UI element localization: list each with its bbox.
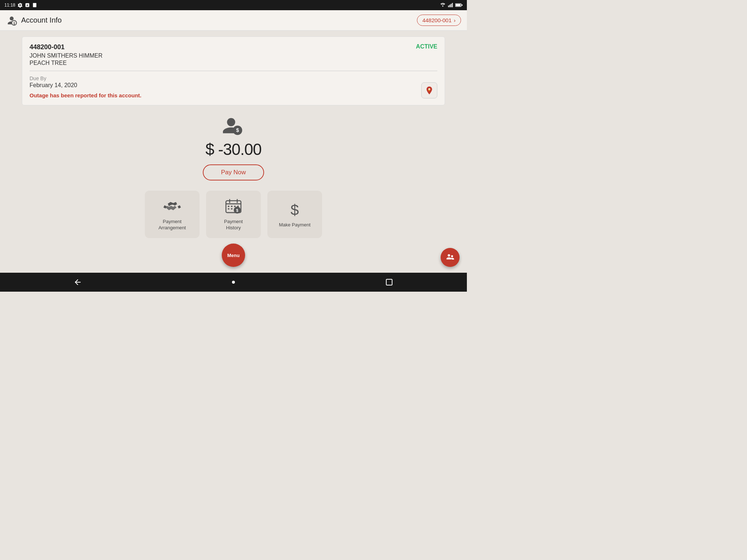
nav-bar (0, 273, 467, 292)
payment-arrangement-label: PaymentArrangement (158, 219, 186, 231)
wifi-icon (440, 3, 446, 8)
svg-text:⚡: ⚡ (428, 88, 431, 92)
settings-icon (18, 3, 23, 8)
payment-arrangement-button[interactable]: PaymentArrangement (145, 191, 200, 238)
battery-icon (455, 3, 462, 7)
svg-point-10 (10, 16, 14, 20)
svg-rect-26 (228, 208, 229, 209)
svg-point-32 (451, 255, 453, 257)
account-number: 448200-001 (30, 43, 437, 51)
svg-rect-23 (231, 206, 232, 207)
menu-button[interactable]: Menu (222, 244, 245, 267)
svg-point-33 (232, 281, 235, 284)
sim-icon (32, 3, 37, 8)
dollar-sign-icon: $ (286, 201, 303, 218)
make-payment-button[interactable]: $ Make Payment (267, 191, 322, 238)
recents-nav-icon[interactable] (385, 278, 394, 287)
action-buttons: PaymentArrangement $ PaymentHi (22, 191, 445, 238)
account-chip[interactable]: 448200-001 › (417, 15, 461, 26)
user-icon: ℹ (6, 15, 18, 26)
svg-rect-9 (462, 4, 463, 6)
svg-rect-22 (228, 206, 229, 207)
contacts-fab-button[interactable] (441, 248, 460, 267)
due-date: February 14, 2020 (30, 82, 437, 89)
account-status: ACTIVE (416, 43, 437, 50)
make-payment-label: Make Payment (279, 222, 311, 228)
pay-now-button[interactable]: Pay Now (203, 164, 264, 180)
balance-section: $ $ -30.00 Pay Now (22, 116, 445, 180)
svg-text:$: $ (236, 208, 239, 213)
signal-icon (448, 3, 453, 8)
due-label: Due By (30, 75, 437, 81)
svg-text:$: $ (236, 127, 239, 133)
svg-rect-27 (231, 208, 232, 209)
outage-icon-button[interactable]: ⚡ (421, 82, 437, 98)
status-bar-left: 11:18 A (4, 3, 37, 8)
card-divider (30, 71, 437, 71)
location-pin-icon: ⚡ (425, 86, 434, 95)
svg-rect-8 (456, 4, 460, 6)
account-card: 448200-001 ACTIVE JOHN SMITHERS HIMMER P… (22, 36, 445, 105)
account-location: PEACH TREE (30, 60, 437, 66)
calendar-dollar-icon: $ (225, 198, 242, 215)
svg-rect-6 (452, 3, 453, 7)
payment-history-label: PaymentHistory (224, 219, 243, 231)
balance-amount: $ -30.00 (205, 140, 261, 159)
svg-rect-2 (33, 3, 36, 7)
svg-text:A: A (27, 4, 28, 7)
svg-rect-34 (386, 279, 392, 285)
account-chip-arrow: › (454, 17, 456, 23)
page-title: Account Info (21, 16, 62, 24)
svg-rect-24 (234, 206, 236, 207)
svg-point-31 (448, 254, 450, 257)
handshake-icon (163, 198, 181, 215)
status-bar-right (440, 3, 462, 8)
app-header: ℹ Account Info 448200-001 › (0, 10, 467, 31)
main-content: 448200-001 ACTIVE JOHN SMITHERS HIMMER P… (0, 31, 467, 254)
svg-rect-5 (451, 4, 452, 7)
outage-message: Outage has been reported for this accoun… (30, 92, 437, 98)
contacts-icon (445, 253, 455, 262)
account-chip-number: 448200-001 (422, 17, 452, 23)
time-display: 11:18 (4, 3, 15, 8)
svg-rect-3 (448, 5, 449, 7)
svg-point-15 (227, 118, 235, 126)
home-nav-icon[interactable] (229, 278, 238, 287)
back-nav-icon[interactable] (73, 278, 82, 287)
status-bar: 11:18 A (0, 0, 467, 10)
payment-history-button[interactable]: $ PaymentHistory (206, 191, 261, 238)
svg-text:ℹ: ℹ (13, 21, 15, 26)
header-left: ℹ Account Info (6, 15, 62, 26)
a-icon: A (25, 3, 30, 8)
svg-rect-4 (449, 5, 450, 7)
balance-icon: $ (222, 116, 245, 137)
account-name: JOHN SMITHERS HIMMER (30, 52, 437, 59)
svg-text:$: $ (291, 201, 299, 218)
